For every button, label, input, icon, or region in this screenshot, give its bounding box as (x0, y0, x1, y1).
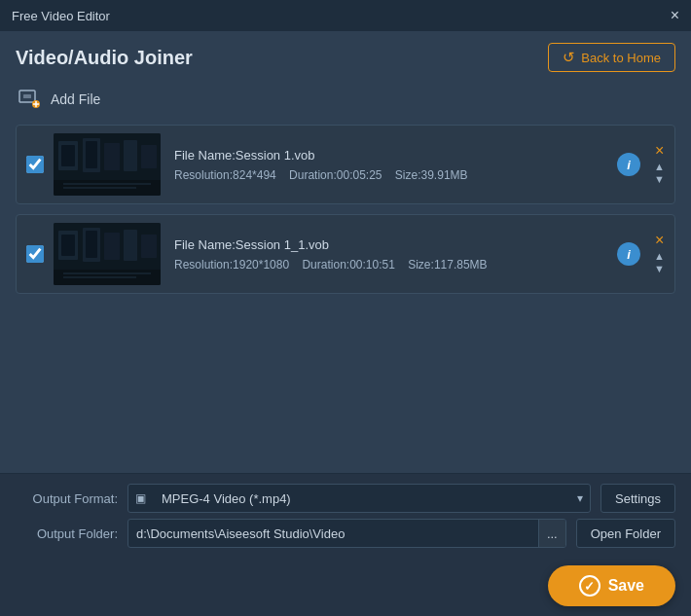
file-name-1: File Name:Session 1.vob (174, 148, 617, 163)
svg-rect-11 (124, 140, 137, 171)
file-meta-2: Resolution:1920*1080 Duration:00:10:51 S… (174, 258, 617, 272)
header-row: Video/Audio Joiner ↺ Back to Home (0, 31, 691, 82)
output-folder-row: Output Folder: ... Open Folder (16, 519, 675, 548)
file-meta-1: Resolution:824*494 Duration:00:05:25 Siz… (174, 168, 617, 182)
move-down-button-2[interactable]: ▼ (654, 263, 665, 275)
move-down-button-1[interactable]: ▼ (654, 173, 665, 186)
output-format-label: Output Format: (16, 491, 118, 506)
file-checkbox-2[interactable] (26, 245, 44, 263)
order-buttons-2: ▲ ▼ (654, 250, 665, 275)
remove-button-2[interactable]: × (655, 233, 664, 248)
svg-rect-7 (61, 145, 75, 166)
app-title: Free Video Editor (12, 9, 110, 23)
close-button[interactable]: × (671, 8, 679, 23)
save-button-row: ✓ Save (0, 558, 691, 616)
file-thumbnail-2 (54, 223, 161, 285)
add-file-icon (16, 86, 43, 113)
refresh-icon: ↺ (563, 49, 575, 66)
svg-rect-12 (141, 145, 157, 168)
svg-rect-1 (23, 94, 31, 98)
move-up-button-2[interactable]: ▲ (654, 250, 665, 263)
svg-rect-21 (104, 233, 120, 260)
main-content: Video/Audio Joiner ↺ Back to Home Add Fi… (0, 31, 691, 558)
file-item: File Name:Session 1.vob Resolution:824*4… (16, 125, 675, 204)
info-button-1[interactable]: i (617, 153, 640, 176)
svg-rect-10 (104, 143, 120, 170)
format-select[interactable]: MPEG-4 Video (*.mp4) (127, 484, 591, 513)
page-title: Video/Audio Joiner (16, 47, 193, 69)
info-button-2[interactable]: i (617, 242, 640, 266)
file-thumbnail-1 (54, 133, 161, 196)
file-checkbox-1[interactable] (26, 156, 44, 173)
file-info-1: File Name:Session 1.vob Resolution:824*4… (174, 148, 617, 182)
folder-path-input[interactable] (128, 526, 538, 541)
back-to-home-button[interactable]: ↺ Back to Home (548, 43, 675, 72)
add-file-label: Add File (51, 91, 100, 107)
svg-rect-20 (86, 231, 97, 258)
folder-dots-button[interactable]: ... (538, 520, 565, 547)
back-to-home-label: Back to Home (581, 51, 661, 65)
check-icon: ✓ (579, 575, 600, 597)
svg-rect-22 (124, 230, 137, 261)
open-folder-button[interactable]: Open Folder (576, 519, 675, 548)
folder-input-wrap: ... (127, 519, 566, 548)
file-list: File Name:Session 1.vob Resolution:824*4… (0, 121, 691, 473)
side-actions-2: × ▲ ▼ (654, 233, 665, 275)
bottom-bar: Output Format: ▣ MPEG-4 Video (*.mp4) ▾ … (0, 473, 691, 558)
svg-rect-9 (86, 141, 97, 168)
output-folder-label: Output Folder: (16, 526, 118, 541)
output-format-row: Output Format: ▣ MPEG-4 Video (*.mp4) ▾ … (16, 484, 675, 513)
add-file-row[interactable]: Add File (0, 82, 691, 121)
save-button[interactable]: ✓ Save (548, 565, 675, 606)
format-select-wrap: ▣ MPEG-4 Video (*.mp4) ▾ (127, 484, 591, 513)
order-buttons-1: ▲ ▼ (654, 161, 665, 186)
move-up-button-1[interactable]: ▲ (654, 161, 665, 173)
file-item: File Name:Session 1_1.vob Resolution:192… (16, 214, 675, 294)
file-name-2: File Name:Session 1_1.vob (174, 237, 617, 252)
svg-rect-18 (61, 235, 75, 256)
save-label: Save (608, 577, 644, 595)
title-bar: Free Video Editor × (0, 0, 691, 31)
file-info-2: File Name:Session 1_1.vob Resolution:192… (174, 237, 617, 272)
side-actions-1: × ▲ ▼ (654, 143, 665, 186)
settings-button[interactable]: Settings (600, 484, 675, 513)
svg-rect-23 (141, 235, 157, 258)
remove-button-1[interactable]: × (655, 143, 664, 159)
